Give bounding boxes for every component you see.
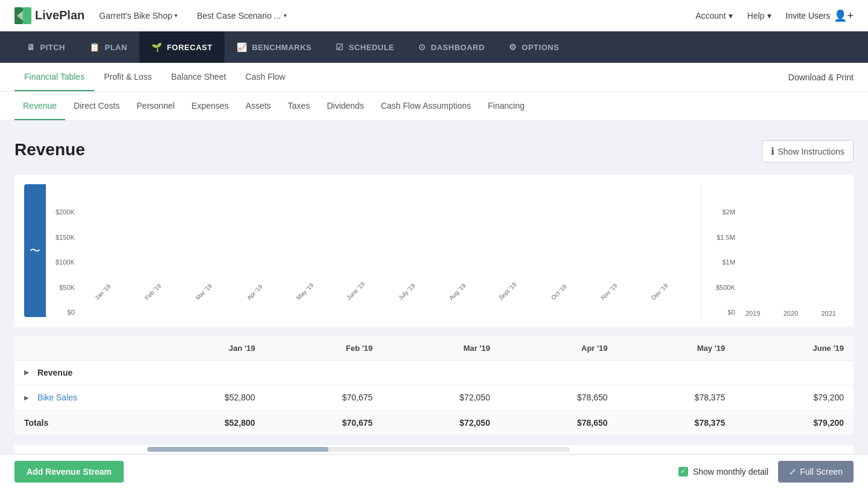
full-screen-button[interactable]: ⤢ Full Screen [778,461,854,483]
y-label-200k: $200K [56,208,75,216]
logo-text: LivePlan [35,8,85,22]
totals-jun: $79,200 [735,410,854,435]
download-print-button[interactable]: Download & Print [788,72,854,82]
totals-may: $78,375 [617,410,735,435]
chart-left-bar: 〜 [24,184,46,317]
expand-revenue-icon[interactable]: ▶ [24,369,33,377]
bar-nov: Nov '19 [584,293,631,317]
scenario-dropdown[interactable]: Best Case Scenario ... ▾ [197,11,286,21]
bar-mar: Mar '19 [179,293,226,317]
bar-jul-label: July '19 [397,282,416,301]
invite-users-button[interactable]: Invite Users 👤+ [786,9,854,22]
account-chevron-icon: ▾ [729,11,733,21]
show-instructions-button[interactable]: ℹ Show Instructions [762,140,854,162]
bar-jun: June '19 [331,293,378,317]
y-label-0y: $0 [716,309,735,316]
y-label-50k: $50K [56,284,75,291]
totals-jan: $52,800 [147,410,265,435]
bar-nov-label: Nov '19 [599,282,619,301]
account-button[interactable]: Account ▾ [695,11,733,21]
col-header-feb: Feb '19 [265,336,383,361]
sub-nav-cash-flow[interactable]: Cash Flow [236,63,295,91]
nav-forecast-label: FORECAST [167,43,212,52]
y-label-150k: $150K [56,234,75,241]
sub-nav-financial-tables[interactable]: Financial Tables [14,63,94,91]
pitch-icon: 🖥 [27,42,36,52]
full-screen-label: Full Screen [800,467,843,477]
add-revenue-stream-button[interactable]: Add Revenue Stream [14,461,124,483]
nav-benchmarks-label: BENCHMARKS [252,43,311,52]
company-chevron-icon: ▾ [174,12,177,19]
plan-icon: 📋 [89,42,100,52]
revenue-title: Revenue [14,140,85,159]
sub-nav-balance-sheet[interactable]: Balance Sheet [162,63,236,91]
sub-nav-cash-flow-label: Cash Flow [246,72,286,82]
nav-dashboard-label: DASHBOARD [431,43,485,52]
bar-aug: Aug '19 [432,293,479,317]
cat-nav-expenses[interactable]: Expenses [183,92,237,120]
revenue-jan [147,361,265,385]
revenue-row-label: ▶ Revenue [14,361,147,385]
y-label-1m: $1M [716,258,735,266]
monthly-detail-checkbox[interactable]: ✓ [678,467,688,477]
cat-nav-dividends[interactable]: Dividends [318,92,372,120]
invite-users-label: Invite Users [786,11,831,21]
top-bar: LivePlan Garrett's Bike Shop ▾ Best Case… [0,0,868,31]
bar-jan: Jan '19 [77,293,124,317]
cat-nav-taxes-label: Taxes [288,101,310,111]
nav-options[interactable]: ⚙ OPTIONS [497,31,572,63]
y-label-500k: $500K [716,284,735,291]
revenue-jun [735,361,854,385]
scrollbar-track[interactable] [147,447,570,452]
table-header-row: Jan '19 Feb '19 Mar '19 Apr '19 May '19 … [14,336,854,361]
bar-may: May '19 [280,293,327,317]
table-row: ▶ Bike Sales $52,800 $70,675 $72,050 $78… [14,385,854,410]
revenue-may [617,361,735,385]
bar-oct-label: Oct '19 [550,283,568,301]
totals-feb: $70,675 [265,410,383,435]
nav-benchmarks[interactable]: 📈 BENCHMARKS [225,31,324,63]
cat-nav-assets[interactable]: Assets [237,92,279,120]
bar-mar-label: Mar '19 [194,283,213,301]
bar-aug-label: Aug '19 [448,282,467,301]
horizontal-scrollbar[interactable] [14,445,854,454]
nav-options-label: OPTIONS [522,43,559,52]
cat-nav-direct-costs[interactable]: Direct Costs [65,92,128,120]
scrollbar-thumb[interactable] [147,447,328,452]
yearly-chart: $2M $1.5M $1M $500K $0 2019 2020 [711,184,844,317]
help-chevron-icon: ▾ [767,11,771,21]
benchmarks-icon: 📈 [237,42,247,52]
monthly-chart: $200K $150K $100K $50K $0 Jan '19 Feb '1… [46,184,691,317]
y-label-1-5m: $1.5M [716,234,735,241]
help-button[interactable]: Help ▾ [747,11,771,21]
totals-label: Totals [14,410,147,435]
expand-bike-sales-icon[interactable]: ▶ [24,394,33,403]
col-header-apr: Apr '19 [500,336,617,361]
cat-nav-cash-flow-assumptions[interactable]: Cash Flow Assumptions [372,92,479,120]
info-icon: ℹ [771,146,774,157]
add-user-icon: 👤+ [834,9,854,22]
show-monthly-detail-toggle[interactable]: ✓ Show monthly detail [678,467,768,477]
cat-nav-financing[interactable]: Financing [479,92,533,120]
bar-may-label: May '19 [295,281,314,301]
cat-nav-personnel[interactable]: Personnel [128,92,183,120]
forecast-icon: 🌱 [152,42,162,52]
nav-schedule[interactable]: ☑ SCHEDULE [324,31,406,63]
bike-sales-row-label[interactable]: ▶ Bike Sales [14,385,147,410]
sub-nav-profit-loss[interactable]: Profit & Loss [94,63,161,91]
cat-nav-revenue[interactable]: Revenue [14,92,65,120]
add-revenue-stream-label: Add Revenue Stream [27,467,112,477]
cat-nav-cash-flow-assumptions-label: Cash Flow Assumptions [381,101,471,111]
cat-nav-taxes[interactable]: Taxes [279,92,319,120]
y-label-100k: $100K [56,258,75,266]
nav-pitch[interactable]: 🖥 PITCH [14,31,77,63]
data-table: Jan '19 Feb '19 Mar '19 Apr '19 May '19 … [14,336,854,435]
scenario-chevron-icon: ▾ [284,12,287,19]
company-dropdown[interactable]: Garrett's Bike Shop ▾ [99,11,177,21]
nav-forecast[interactable]: 🌱 FORECAST [139,31,225,63]
nav-plan[interactable]: 📋 PLAN [77,31,139,63]
revenue-table: Jan '19 Feb '19 Mar '19 Apr '19 May '19 … [14,336,854,435]
cat-nav-direct-costs-label: Direct Costs [74,101,120,111]
nav-pitch-label: PITCH [40,43,66,52]
nav-dashboard[interactable]: ⊙ DASHBOARD [406,31,497,63]
